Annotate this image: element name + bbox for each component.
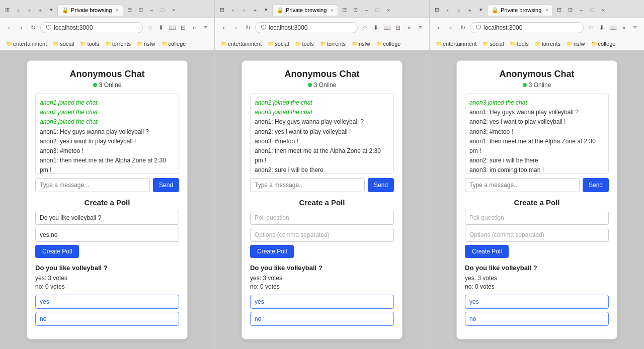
create-poll-button-2[interactable]: Create Poll [250,245,294,258]
vote-yes-option-2[interactable] [250,295,394,309]
new-tab-btn-3[interactable]: + [465,5,475,15]
bookmark-nsfw-2[interactable]: 📁nsfw [350,40,372,47]
forward-btn-tab-2[interactable]: › [239,5,249,15]
vote-no-option-3[interactable] [465,312,609,326]
bookmark-social-1[interactable]: 📁social [51,40,76,47]
win-close-3[interactable]: × [598,5,608,15]
bookmark-nsfw-3[interactable]: 📁nsfw [565,40,587,47]
tab-close-1[interactable]: × [116,8,119,13]
bookmark-tools-2[interactable]: 📁tools [293,40,315,47]
bookmark-tools-3[interactable]: 📁tools [508,40,530,47]
tab-close-2[interactable]: × [331,8,334,13]
new-tab-btn-2[interactable]: + [250,5,260,15]
win-max-2[interactable]: □ [372,5,382,15]
back-btn-tab-3[interactable]: ‹ [443,5,453,15]
win-max-1[interactable]: □ [157,5,168,15]
menu-icon-2[interactable]: ≡ [415,23,425,33]
chat-messages-1[interactable]: anon1 joined the chat anon2 joined the c… [35,94,179,174]
forward-nav-2[interactable]: › [231,23,241,33]
chat-input-2[interactable] [250,178,365,192]
create-poll-button-3[interactable]: Create Poll [465,245,509,258]
back-nav-1[interactable]: ‹ [4,23,14,33]
bookmark-torrents-2[interactable]: 📁torrents [318,40,348,47]
menu-icon-1[interactable]: ≡ [200,23,210,33]
chat-input-1[interactable] [35,178,150,192]
chat-input-3[interactable] [465,178,580,192]
win-close-2[interactable]: × [383,5,393,15]
split-btn-3[interactable]: ⊡ [565,5,575,15]
poll-options-input-3[interactable] [465,228,609,242]
bookmark-entertainment-1[interactable]: 📁entertainment [4,40,49,47]
new-tab-btn-1[interactable]: + [35,5,45,15]
split-btn-1[interactable]: ⊡ [135,5,145,15]
chat-messages-2[interactable]: anon2 joined the chat anon3 joined the c… [250,94,394,174]
chat-messages-3[interactable]: anon3 joined the chat anon1: Hey guys wa… [465,94,609,174]
active-tab-3[interactable]: 🔒 Private browsing × [487,5,553,16]
vote-yes-option-3[interactable] [465,295,609,309]
send-button-1[interactable]: Send [153,178,179,192]
bookmark-tools-1[interactable]: 📁tools [78,40,101,47]
create-poll-button-1[interactable]: Create Poll [35,245,79,258]
tab-list-btn-3[interactable]: ▾ [476,5,486,15]
send-button-2[interactable]: Send [368,178,394,192]
extensions-icon-2[interactable]: » [404,23,414,33]
bookmark-nsfw-1[interactable]: 📁nsfw [135,40,157,47]
extensions-icon-3[interactable]: » [619,23,629,33]
active-tab-2[interactable]: 🔒 Private browsing × [272,5,338,16]
split-btn-2[interactable]: ⊡ [350,5,360,15]
sidebar-toggle-1[interactable]: ⊞ [2,5,12,15]
tab-list-btn-1[interactable]: ▾ [46,5,56,15]
back-btn-tab-1[interactable]: ‹ [13,5,23,15]
star-icon-1[interactable]: ☆ [145,23,155,33]
pip-btn-3[interactable]: ⊟ [554,5,564,15]
win-max-3[interactable]: □ [587,5,597,15]
download-icon-3[interactable]: ⬇ [597,23,607,33]
poll-options-input-2[interactable] [250,228,394,242]
bookmark-entertainment-2[interactable]: 📁entertainment [219,40,264,47]
poll-question-input-2[interactable] [250,211,394,225]
reader-icon-3[interactable]: 📖 [608,23,618,33]
star-icon-2[interactable]: ☆ [360,23,370,33]
pip2-icon-1[interactable]: ⊟ [178,23,188,33]
menu-icon-3[interactable]: ≡ [630,23,640,33]
reader-icon-2[interactable]: 📖 [382,23,392,33]
bookmark-college-2[interactable]: 📁college [374,40,403,47]
back-nav-3[interactable]: ‹ [434,23,444,33]
vote-no-option-1[interactable] [35,312,179,326]
bookmark-social-2[interactable]: 📁social [266,40,291,47]
url-box-2[interactable]: 🛡 localhost:3000 [255,22,358,33]
win-min-2[interactable]: − [361,5,371,15]
pip-btn-1[interactable]: ⊟ [124,5,134,15]
forward-btn-tab-3[interactable]: › [454,5,464,15]
poll-question-input-1[interactable] [35,211,179,225]
forward-btn-tab-1[interactable]: › [24,5,34,15]
active-tab-1[interactable]: 🔒 Private browsing × [57,5,123,16]
back-nav-2[interactable]: ‹ [219,23,229,33]
tab-close-3[interactable]: × [545,8,548,13]
forward-nav-1[interactable]: › [16,23,26,33]
poll-question-input-3[interactable] [465,211,609,225]
vote-yes-option-1[interactable] [35,295,179,309]
pip-btn-2[interactable]: ⊟ [339,5,349,15]
star-icon-3[interactable]: ☆ [586,23,596,33]
forward-nav-3[interactable]: › [446,23,456,33]
send-button-3[interactable]: Send [583,178,609,192]
tab-list-btn-2[interactable]: ▾ [261,5,271,15]
bookmark-entertainment-3[interactable]: 📁entertainment [434,40,478,47]
download-icon-1[interactable]: ⬇ [156,23,166,33]
sidebar-toggle-3[interactable]: ⊞ [432,5,442,15]
win-close-1[interactable]: × [169,5,179,15]
reload-nav-3[interactable]: ↻ [458,23,468,33]
poll-options-input-1[interactable] [35,228,179,242]
bookmark-torrents-3[interactable]: 📁torrents [533,40,562,47]
reload-nav-2[interactable]: ↻ [243,23,253,33]
vote-no-option-2[interactable] [250,312,394,326]
win-min-1[interactable]: − [146,5,156,15]
win-min-3[interactable]: − [576,5,586,15]
back-btn-tab-2[interactable]: ‹ [228,5,238,15]
reload-nav-1[interactable]: ↻ [28,23,38,33]
bookmark-college-3[interactable]: 📁college [589,40,618,47]
extensions-icon-1[interactable]: » [189,23,199,33]
reader-icon-1[interactable]: 📖 [167,23,177,33]
bookmark-social-3[interactable]: 📁social [480,40,506,47]
